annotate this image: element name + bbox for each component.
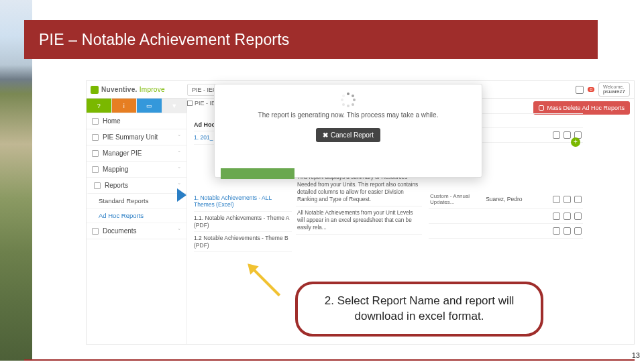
svg-line-0 [253, 269, 279, 295]
generating-report-modal: The report is generating now. This proce… [214, 84, 482, 178]
cancel-report-button[interactable]: ✖ Cancel Report [316, 128, 380, 142]
user-menu[interactable]: Welcome, psuarez7 [598, 82, 630, 97]
tab-filter[interactable]: ▼ [162, 99, 188, 113]
report-link-notable-all[interactable]: 1. Notable Achievements - ALL Themes (Ex… [194, 192, 292, 212]
chevron-down-icon: ˅ [178, 150, 181, 157]
instruction-callout: 2. Select Report Name and report will do… [295, 282, 543, 337]
chevron-down-icon: ˅ [178, 166, 181, 173]
highlight-bar [221, 168, 294, 179]
mass-delete-button[interactable]: Mass Delete Ad Hoc Reports [533, 101, 630, 115]
square-icon [187, 101, 193, 106]
welcome-username: psuarez7 [603, 88, 625, 95]
nav-reports[interactable]: Reports˅ [87, 178, 186, 194]
nav-documents[interactable]: Documents˅ [87, 223, 186, 239]
category-cell: Custom - Annual Updates... [430, 193, 486, 205]
share-icon [92, 166, 99, 173]
active-nav-pointer-icon [177, 188, 186, 202]
app-brand: Nuventive. Improve [87, 86, 187, 94]
nav-adhoc-reports[interactable]: Ad Hoc Reports [87, 208, 186, 223]
home-icon [92, 118, 99, 125]
chevron-down-icon: ˅ [178, 182, 181, 189]
slide-page-number: 13 [632, 351, 640, 359]
chevron-down-icon: ˅ [178, 228, 181, 235]
tab-orange[interactable]: i [112, 99, 138, 113]
brand-name: Nuventive. Improve [101, 86, 165, 93]
report-link[interactable]: 1.1. Notable Achievements - Theme A (PDF… [194, 212, 292, 232]
close-icon: ✖ [323, 131, 328, 139]
table-row [429, 224, 583, 239]
brand-logo-icon [91, 86, 99, 94]
edit-icon[interactable] [564, 213, 571, 220]
building-icon [92, 134, 99, 141]
lock-icon [539, 105, 544, 111]
slide-title: PIE – Notable Achievement Reports [39, 31, 290, 49]
delete-icon[interactable] [574, 213, 582, 220]
cancel-report-label: Cancel Report [331, 131, 374, 139]
notifications-icon[interactable] [576, 86, 584, 94]
delete-icon[interactable] [574, 227, 582, 235]
nav-mapping[interactable]: Mapping˅ [87, 162, 186, 178]
mass-delete-label: Mass Delete Ad Hoc Reports [547, 105, 625, 111]
tab-blue[interactable]: ▭ [137, 99, 162, 113]
open-icon[interactable] [553, 227, 560, 235]
nav-home[interactable]: Home [87, 113, 186, 129]
delete-icon[interactable] [574, 196, 582, 203]
report-description: All Notable Achievements from your Unit … [296, 206, 422, 235]
add-report-button[interactable]: + [571, 137, 580, 147]
created-by-cell: Suarez, Pedro [486, 196, 553, 202]
footer-rule [24, 359, 635, 361]
loading-spinner-icon [341, 93, 356, 107]
open-icon[interactable] [553, 213, 560, 220]
open-icon[interactable] [553, 196, 560, 203]
view-mode-tabs[interactable]: ? i ▭ ▼ [87, 99, 187, 113]
row-actions[interactable] [553, 213, 582, 220]
table-row: Custom - Annual Updates... Suarez, Pedro [429, 190, 583, 209]
slide-title-bar: PIE – Notable Achievement Reports [24, 20, 635, 59]
edit-icon[interactable] [564, 131, 571, 139]
copy-icon [92, 228, 99, 235]
annotation-arrow-icon [245, 261, 286, 302]
report-link[interactable]: 1.2 Notable Achievements - Theme B (PDF) [194, 232, 292, 252]
chevron-down-icon: ˅ [178, 134, 181, 141]
nav-standard-reports[interactable]: Standard Reports [87, 194, 186, 208]
row-actions[interactable] [553, 196, 582, 203]
tab-green[interactable]: ? [87, 99, 112, 113]
edit-icon[interactable] [564, 227, 571, 235]
reports-icon [94, 182, 101, 189]
nav-pie-summary[interactable]: PIE Summary Unit˅ [87, 129, 186, 145]
open-icon[interactable] [553, 131, 560, 139]
callout-text: 2. Select Report Name and report will do… [310, 294, 529, 324]
left-nav: Home PIE Summary Unit˅ Manager PIE˅ Mapp… [87, 113, 187, 344]
table-row [429, 209, 583, 224]
row-actions[interactable] [553, 227, 582, 235]
notification-count-badge: 0 [588, 87, 594, 92]
edit-icon[interactable] [564, 196, 571, 203]
modal-message: The report is generating now. This proce… [215, 111, 482, 119]
pencil-icon [92, 150, 99, 157]
nav-manager-pie[interactable]: Manager PIE˅ [87, 145, 186, 162]
